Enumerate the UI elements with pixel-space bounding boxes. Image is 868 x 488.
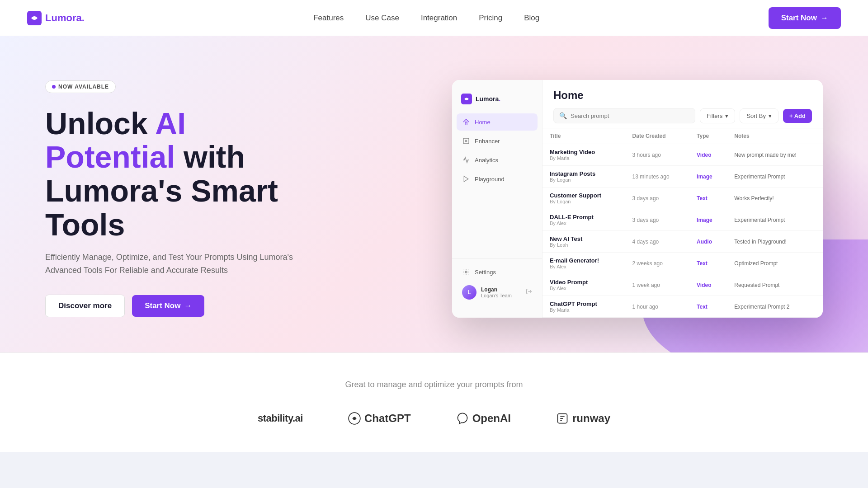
logos-row: stability.ai ChatGPT OpenAI runway [45,412,823,425]
cell-date: 1 hour ago [625,296,690,318]
sidebar-settings[interactable]: Settings [457,263,538,281]
discover-more-button[interactable]: Discover more [45,295,125,317]
filters-button[interactable]: Filters ▾ [700,108,735,123]
logos-tagline: Great to manage and optimize your prompt… [45,380,823,389]
search-box[interactable]: 🔍 [553,108,695,123]
badge-dot [52,85,56,89]
logos-section: Great to manage and optimize your prompt… [0,352,868,452]
logo[interactable]: Lumora. [27,11,85,25]
cell-notes: Experimental Prompt 2 [727,296,823,318]
analytics-icon [462,156,470,164]
cell-date: 3 days ago [625,188,690,209]
cell-type[interactable]: Text [689,296,727,318]
app-mockup: Lumora. Home Enhancer [452,80,823,318]
nav-link-integration[interactable]: Integration [421,14,457,23]
nav-link-pricing[interactable]: Pricing [479,14,502,23]
cell-type[interactable]: Image [689,209,727,231]
nav-links: Features Use Case Integration Pricing Bl… [313,14,539,23]
table-wrap: Title Date Created Type Notes Marketing … [542,128,823,318]
enhancer-icon [462,137,470,145]
app-sidebar: Lumora. Home Enhancer [452,80,542,318]
cell-notes: Works Perfectly! [727,188,823,209]
sidebar-bottom: Settings L Logan Logan's Team [452,258,542,309]
table-row[interactable]: DALL-E Prompt By Alex 3 days ago Image E… [542,209,823,231]
logo-chatgpt: ChatGPT [348,412,411,425]
start-label: Start Now [145,301,180,310]
table-row[interactable]: New AI Test By Leah 4 days ago Audio Tes… [542,231,823,253]
table-header-row: Title Date Created Type Notes [542,128,823,144]
app-header: Home 🔍 Filters ▾ Sort By ▾ [542,80,823,128]
add-button[interactable]: + Add [783,109,812,123]
cell-title: New AI Test By Leah [542,231,625,253]
table-row[interactable]: E-mail Generator! By Alex 2 weeks ago Te… [542,253,823,274]
nav-cta-label: Start Now [781,14,817,23]
cell-notes: New prompt made by me! [727,144,823,166]
table-body: Marketing Video By Maria 3 hours ago Vid… [542,144,823,318]
chevron-down-icon: ▾ [725,113,728,119]
table-row[interactable]: Customer Support By Logan 3 days ago Tex… [542,188,823,209]
sidebar-item-playground[interactable]: Playground [457,170,538,188]
cell-type[interactable]: Text [689,253,727,274]
logout-icon[interactable] [526,288,532,296]
sidebar-item-analytics[interactable]: Analytics [457,151,538,169]
runway-text: runway [572,412,610,425]
sidebar-nav: Home Enhancer Analytics [452,113,542,258]
cell-notes: Requested Prompt [727,274,823,296]
table-row[interactable]: ChatGPT Prompt By Maria 1 hour ago Text … [542,296,823,318]
sidebar-logo: Lumora. [452,89,542,113]
svg-marker-3 [464,176,468,182]
arrow-icon: → [821,14,828,23]
cell-date: 3 hours ago [625,144,690,166]
cell-date: 3 days ago [625,209,690,231]
table-row[interactable]: Instagram Posts By Logan 13 minutes ago … [542,166,823,188]
cell-type[interactable]: Image [689,166,727,188]
col-type: Type [689,128,727,144]
sort-button[interactable]: Sort By ▾ [740,108,778,123]
table-row[interactable]: Marketing Video By Maria 3 hours ago Vid… [542,144,823,166]
cell-title: DALL-E Prompt By Alex [542,209,625,231]
sidebar-item-home[interactable]: Home [457,113,538,131]
home-icon [462,118,470,126]
sidebar-item-enhancer-label: Enhancer [475,138,500,145]
search-input[interactable] [571,113,689,119]
col-date: Date Created [625,128,690,144]
sidebar-logo-text: Lumora. [476,95,500,103]
col-title: Title [542,128,625,144]
cell-date: 13 minutes ago [625,166,690,188]
user-team: Logan's Team [481,293,521,298]
cell-notes: Experimental Prompt [727,166,823,188]
nav-link-blog[interactable]: Blog [524,14,539,23]
cell-type[interactable]: Text [689,188,727,209]
hero-title: Unlock AI Potential with Lumora's Smart … [45,107,307,242]
hero-buttons: Discover more Start Now → [45,295,307,317]
hero-section: NOW AVAILABLE Unlock AI Potential with L… [0,36,868,352]
nav-start-button[interactable]: Start Now → [769,7,841,29]
cell-type[interactable]: Audio [689,231,727,253]
filters-label: Filters [707,113,722,119]
cell-title: Customer Support By Logan [542,188,625,209]
table-row[interactable]: Video Prompt By Alex 1 week ago Video Re… [542,274,823,296]
cell-title: Video Prompt By Alex [542,274,625,296]
hero-start-button[interactable]: Start Now → [132,295,204,317]
cell-date: 4 days ago [625,231,690,253]
sidebar-logo-icon [461,94,472,104]
logo-text: Lumora. [45,12,85,24]
search-icon: 🔍 [559,112,567,119]
app-main: Home 🔍 Filters ▾ Sort By ▾ [542,80,823,318]
settings-icon [462,268,470,276]
cell-notes: Experimental Prompt [727,209,823,231]
sidebar-user: L Logan Logan's Team [457,281,538,304]
sidebar-item-analytics-label: Analytics [475,157,498,164]
user-name: Logan [481,286,521,293]
nav-link-usecase[interactable]: Use Case [365,14,399,23]
settings-label: Settings [475,269,496,276]
cell-title: Marketing Video By Maria [542,144,625,166]
openai-text: OpenAI [472,412,511,425]
sort-label: Sort By [746,113,766,119]
cell-type[interactable]: Video [689,274,727,296]
badge-text: NOW AVAILABLE [58,84,109,90]
sidebar-item-enhancer[interactable]: Enhancer [457,132,538,150]
nav-link-features[interactable]: Features [313,14,344,23]
svg-point-4 [465,271,467,273]
cell-type[interactable]: Video [689,144,727,166]
